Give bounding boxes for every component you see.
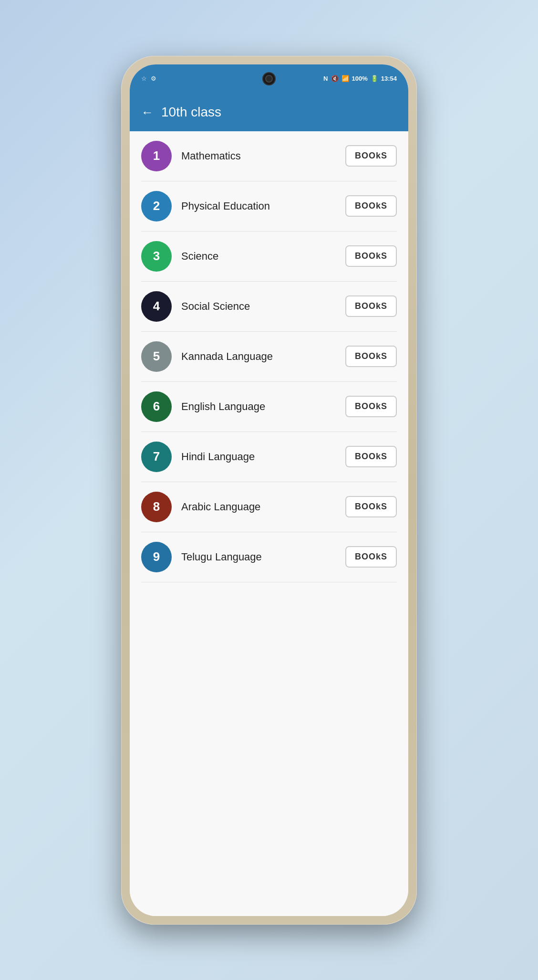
books-button-7[interactable]: BOOkS	[345, 446, 397, 467]
mute-icon: 🔇	[331, 75, 339, 82]
subject-name-7: Hindi Language	[181, 451, 336, 463]
subject-badge-2: 2	[141, 191, 172, 221]
camera-notch	[262, 72, 276, 85]
subject-name-9: Telugu Language	[181, 551, 336, 563]
list-item: 9Telugu LanguageBOOkS	[141, 532, 397, 582]
phone-frame: ☆ ⚙ N 🔇 📶 100% 🔋 13:54 ← 10th class 1Mat…	[121, 56, 417, 925]
battery-icon: 🔋	[371, 75, 378, 82]
subject-name-8: Arabic Language	[181, 501, 336, 513]
list-item: 5Kannada LanguageBOOkS	[141, 332, 397, 382]
status-bar: ☆ ⚙ N 🔇 📶 100% 🔋 13:54	[130, 64, 408, 93]
back-button[interactable]: ←	[141, 106, 154, 118]
icon-1: ☆	[141, 75, 147, 82]
subjects-list: 1MathematicsBOOkS2Physical EducationBOOk…	[130, 131, 408, 916]
books-button-1[interactable]: BOOkS	[345, 145, 397, 167]
page-title: 10th class	[161, 105, 221, 120]
books-button-2[interactable]: BOOkS	[345, 195, 397, 217]
books-button-3[interactable]: BOOkS	[345, 245, 397, 267]
nfc-icon: N	[323, 75, 328, 82]
subject-badge-6: 6	[141, 391, 172, 422]
icon-2: ⚙	[151, 75, 156, 82]
subject-name-5: Kannada Language	[181, 350, 336, 363]
time-display: 13:54	[381, 75, 397, 82]
books-button-4[interactable]: BOOkS	[345, 295, 397, 317]
subject-badge-3: 3	[141, 241, 172, 272]
camera-lens	[265, 75, 273, 83]
subject-badge-5: 5	[141, 341, 172, 372]
list-item: 8Arabic LanguageBOOkS	[141, 482, 397, 532]
subject-name-4: Social Science	[181, 300, 336, 313]
books-button-6[interactable]: BOOkS	[345, 396, 397, 417]
subject-badge-4: 4	[141, 291, 172, 322]
subject-badge-7: 7	[141, 442, 172, 472]
list-item: 4Social ScienceBOOkS	[141, 282, 397, 332]
books-button-9[interactable]: BOOkS	[345, 546, 397, 568]
subject-badge-1: 1	[141, 141, 172, 171]
list-item: 3ScienceBOOkS	[141, 232, 397, 282]
battery-percent: 100%	[352, 75, 368, 82]
status-left-icons: ☆ ⚙	[141, 75, 156, 82]
subject-name-2: Physical Education	[181, 200, 336, 212]
subject-name-1: Mathematics	[181, 150, 336, 162]
subject-badge-9: 9	[141, 542, 172, 572]
phone-screen: ☆ ⚙ N 🔇 📶 100% 🔋 13:54 ← 10th class 1Mat…	[130, 64, 408, 916]
subject-badge-8: 8	[141, 492, 172, 522]
list-item: 7Hindi LanguageBOOkS	[141, 432, 397, 482]
books-button-8[interactable]: BOOkS	[345, 496, 397, 517]
wifi-icon: 📶	[341, 75, 349, 82]
status-right-info: N 🔇 📶 100% 🔋 13:54	[323, 75, 397, 82]
app-bar: ← 10th class	[130, 93, 408, 131]
subject-name-6: English Language	[181, 400, 336, 413]
list-item: 2Physical EducationBOOkS	[141, 181, 397, 232]
list-item: 1MathematicsBOOkS	[141, 131, 397, 181]
books-button-5[interactable]: BOOkS	[345, 346, 397, 367]
list-item: 6English LanguageBOOkS	[141, 382, 397, 432]
subject-name-3: Science	[181, 250, 336, 263]
